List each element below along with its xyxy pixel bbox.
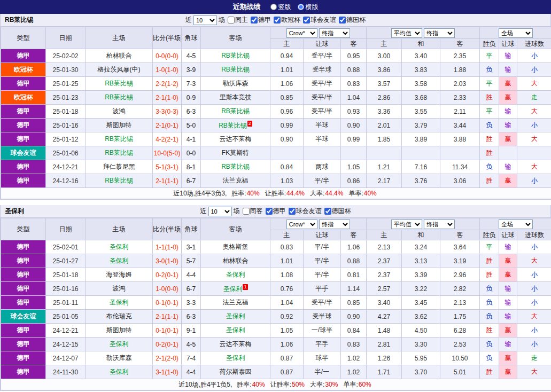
same-venue-input[interactable] <box>228 17 235 23</box>
same-venue-checkbox[interactable]: 同主 <box>228 15 248 25</box>
score-link[interactable]: 0-1(0-1) <box>153 296 182 310</box>
league-filter-input[interactable] <box>289 208 296 215</box>
home-team-link[interactable]: RB莱比锡 <box>86 132 153 146</box>
home-team-link[interactable]: RB莱比锡 <box>86 146 153 160</box>
away-team-link[interactable]: RB莱比锡 <box>201 160 270 174</box>
layout-option-vertical[interactable]: 竖版 <box>270 3 291 12</box>
score-link[interactable]: 0-0(0-0) <box>153 49 182 63</box>
away-team-link[interactable]: 云达不莱梅 <box>201 132 270 146</box>
league-filter-input[interactable] <box>266 208 273 215</box>
away-team-link[interactable]: 法兰克福 <box>201 174 270 188</box>
score-link[interactable]: 1-0(1-0) <box>153 63 182 77</box>
home-team-link[interactable]: RB莱比锡 <box>86 77 153 91</box>
asian-home-odds: 1.04 <box>270 296 304 310</box>
league-filter-input[interactable] <box>274 17 281 23</box>
score-link[interactable]: 1-1(1-0) <box>153 240 182 254</box>
league-badge: 德甲 <box>1 119 46 132</box>
score-link[interactable]: 0-2(0-1) <box>153 338 182 351</box>
league-filter-input[interactable] <box>324 208 331 215</box>
league-filter-checkbox[interactable]: 欧冠杯 <box>274 15 300 25</box>
away-team-link[interactable]: 法兰克福 <box>201 296 270 310</box>
home-team-link[interactable]: 圣保利 <box>86 296 153 310</box>
home-team-link[interactable]: 波鸿 <box>86 282 153 296</box>
away-team-link[interactable]: RB莱比锡2 <box>201 119 270 132</box>
away-team-link[interactable]: 圣保利 <box>201 268 270 282</box>
away-team-link[interactable]: 荷尔斯泰因 <box>201 365 270 379</box>
horizontal-radio[interactable] <box>298 4 304 10</box>
away-team-link[interactable]: 圣保利 <box>201 310 270 324</box>
home-team-link[interactable]: 斯图加特 <box>86 324 153 338</box>
away-team-link[interactable]: RB莱比锡 <box>201 63 270 77</box>
score-link[interactable]: 1-0(0-0) <box>153 282 182 296</box>
league-filter-input[interactable] <box>251 17 258 23</box>
score-link[interactable]: 0-1(0-1) <box>153 324 182 338</box>
home-team-link[interactable]: 圣保利 <box>86 365 153 379</box>
league-filter-checkbox[interactable]: 德国杯 <box>324 207 351 216</box>
away-team-link[interactable]: RB莱比锡 <box>201 105 270 119</box>
score-link[interactable]: 2-1(1-1) <box>153 310 182 324</box>
scope-select[interactable]: 全场 <box>499 219 533 229</box>
away-team-link[interactable]: 里斯本竞技 <box>201 91 270 105</box>
home-team-link[interactable]: 海登海姆 <box>86 268 153 282</box>
away-team-link[interactable]: 柏林联合 <box>201 254 270 268</box>
home-team-link[interactable]: 格拉茨风暴(中) <box>86 63 153 77</box>
away-team-link[interactable]: RB莱比锡 <box>201 49 270 63</box>
scope-select[interactable]: 全场 <box>499 28 533 38</box>
away-team-link[interactable]: FK莫斯特 <box>201 146 270 160</box>
home-team-link[interactable]: 圣保利 <box>86 240 153 254</box>
score-link[interactable]: 5-1(3-1) <box>153 160 182 174</box>
score-link[interactable]: 10-0(5-0) <box>153 146 182 160</box>
match-date: 25-01-25 <box>46 77 86 91</box>
score-link[interactable]: 3-0(1-0) <box>153 254 182 268</box>
asian-handicap <box>304 146 341 160</box>
match-count-select[interactable]: 10 <box>208 207 232 216</box>
same-venue-checkbox[interactable]: 同客 <box>243 207 263 216</box>
score-link[interactable]: 4-2(2-1) <box>153 132 182 146</box>
home-team-link[interactable]: 勒沃库森 <box>86 351 153 365</box>
away-team-link[interactable]: 云达不莱梅 <box>201 338 270 351</box>
home-team-link[interactable]: 圣保利 <box>86 338 153 351</box>
score-link[interactable]: 2-1(2-0) <box>153 351 182 365</box>
section-gap <box>0 200 551 205</box>
away-team-link[interactable]: 圣保利 <box>201 324 270 338</box>
league-filter-input[interactable] <box>339 17 346 23</box>
score-link[interactable]: 2-2(1-2) <box>153 77 182 91</box>
home-team-link[interactable]: 斯图加特 <box>86 119 153 132</box>
away-team-link[interactable]: 圣保利1 <box>201 282 270 296</box>
league-filter-checkbox[interactable]: 德国杯 <box>339 15 366 25</box>
bookmaker-select[interactable]: Crow* <box>286 219 317 229</box>
league-filter-input[interactable] <box>303 17 310 23</box>
away-team-link[interactable]: 奥格斯堡 <box>201 240 270 254</box>
league-filter-checkbox[interactable]: 德甲 <box>266 207 286 216</box>
home-team-link[interactable]: 波鸿 <box>86 105 153 119</box>
score-link[interactable]: 2-1(1-0) <box>153 91 182 105</box>
league-filter-checkbox[interactable]: 球会友谊 <box>289 207 322 216</box>
league-filter-checkbox[interactable]: 德甲 <box>251 15 271 25</box>
score-link[interactable]: 3-3(0-3) <box>153 105 182 119</box>
home-team-link[interactable]: 圣保利 <box>86 254 153 268</box>
layout-option-horizontal[interactable]: 横版 <box>298 3 319 12</box>
odds-stage-select[interactable]: 终指 <box>319 219 350 229</box>
bookmaker-select[interactable]: Crow* <box>286 28 317 38</box>
avg-home-odds: 1.26 <box>367 351 402 365</box>
score-link[interactable]: 3-1(1-0) <box>153 365 182 379</box>
home-team-link[interactable]: RB莱比锡 <box>86 91 153 105</box>
league-filter-checkbox[interactable]: 球会友谊 <box>303 15 336 25</box>
away-team-link[interactable]: 勒沃库森 <box>201 77 270 91</box>
score-link[interactable]: 0-2(0-1) <box>153 268 182 282</box>
average-select[interactable]: 平均值 <box>391 219 422 229</box>
match-count-select[interactable]: 10 <box>193 15 217 25</box>
home-team-link[interactable]: 布伦瑞克 <box>86 310 153 324</box>
score-link[interactable]: 2-1(0-1) <box>153 119 182 132</box>
home-team-link[interactable]: 柏林联合 <box>86 49 153 63</box>
score-link[interactable]: 2-1(1-1) <box>153 174 182 188</box>
vertical-radio[interactable] <box>270 4 277 10</box>
away-team-link[interactable]: 圣保利 <box>201 351 270 365</box>
odds-stage-select[interactable]: 终指 <box>424 219 455 229</box>
same-venue-input[interactable] <box>243 208 250 215</box>
home-team-link[interactable]: 拜仁慕尼黑 <box>86 160 153 174</box>
average-select[interactable]: 平均值 <box>391 28 422 38</box>
odds-stage-select[interactable]: 终指 <box>424 28 455 38</box>
home-team-link[interactable]: RB莱比锡 <box>86 174 153 188</box>
odds-stage-select[interactable]: 终指 <box>319 28 350 38</box>
